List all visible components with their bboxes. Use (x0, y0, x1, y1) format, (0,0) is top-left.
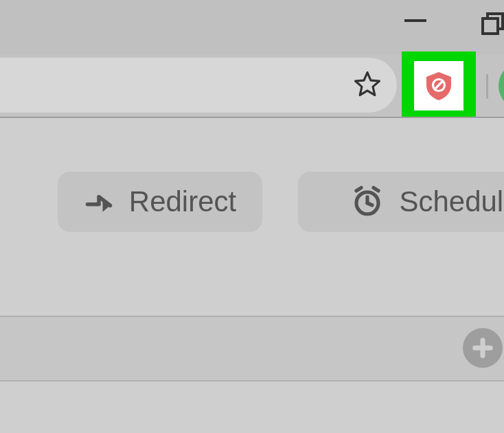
minimize-icon (402, 12, 429, 32)
redirect-label: Redirect (129, 187, 236, 216)
star-icon (353, 69, 382, 98)
schedule-button[interactable]: Schedule (298, 172, 504, 232)
add-fab-button[interactable] (463, 328, 503, 368)
address-bar[interactable] (0, 58, 397, 113)
redirect-icon (84, 187, 114, 217)
svg-line-9 (374, 188, 378, 191)
alarm-clock-icon (351, 185, 384, 218)
schedule-label: Schedule (399, 187, 504, 216)
bookmark-star-button[interactable] (353, 69, 382, 101)
page-content: Redirect Schedule (0, 118, 504, 433)
toolbar-divider (486, 74, 488, 99)
blocksite-extension-button[interactable] (414, 61, 463, 110)
svg-line-7 (367, 203, 372, 205)
plus-icon (471, 336, 494, 360)
maximize-icon (481, 12, 504, 37)
svg-rect-2 (483, 19, 498, 34)
window-minimize-button[interactable] (402, 12, 429, 32)
svg-line-8 (356, 188, 361, 191)
redirect-button[interactable]: Redirect (58, 172, 262, 232)
window-maximize-button[interactable] (481, 12, 504, 37)
window-titlebar (0, 0, 504, 55)
content-band (0, 316, 504, 382)
browser-toolbar (0, 55, 504, 118)
extension-highlight (402, 51, 476, 120)
profile-avatar[interactable] (499, 62, 504, 110)
shield-block-icon (422, 69, 455, 102)
